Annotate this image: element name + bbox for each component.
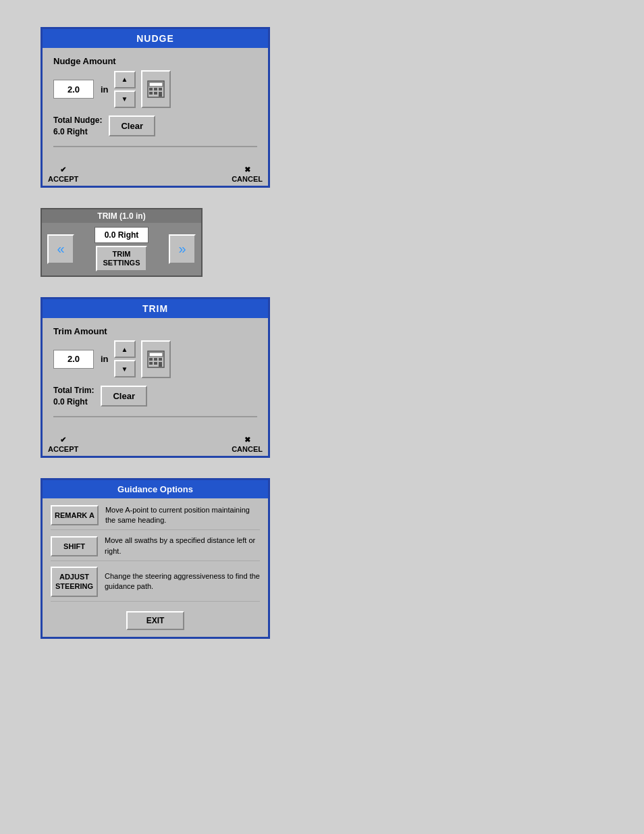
nudge-amount-label: Nudge Amount xyxy=(53,56,257,66)
trim-up-button[interactable]: ▲ xyxy=(114,340,136,358)
trim-actions: ✔ ACCEPT ✖ CANCEL xyxy=(43,431,268,456)
double-arrow-left-icon: « xyxy=(57,241,64,257)
trim-cancel-x-icon: ✖ xyxy=(244,436,250,444)
trim-title: TRIM xyxy=(43,299,268,318)
svg-rect-1 xyxy=(149,82,163,86)
remark-a-button[interactable]: REMARK A xyxy=(51,505,99,525)
guidance-exit-row: EXIT xyxy=(51,608,260,630)
trim-bar-widget: TRIM (1.0 in) « 0.0 Right TRIMSETTINGS » xyxy=(41,208,203,277)
svg-rect-14 xyxy=(154,362,157,365)
calculator-icon xyxy=(147,80,165,98)
accept-check-icon: ✔ xyxy=(60,166,66,174)
guidance-adjust-row: ADJUSTSTEERING Change the steering aggre… xyxy=(51,567,260,602)
svg-rect-13 xyxy=(149,362,153,365)
trim-calculator-icon xyxy=(147,350,165,368)
svg-rect-3 xyxy=(154,88,157,90)
guidance-exit-button[interactable]: EXIT xyxy=(126,611,185,630)
nudge-actions: ✔ ACCEPT ✖ CANCEL xyxy=(43,161,268,186)
svg-rect-11 xyxy=(154,358,157,361)
guidance-title: Guidance Options xyxy=(43,480,268,498)
trim-calc-button[interactable] xyxy=(141,340,171,378)
adjust-steering-description: Change the steering aggressiveness to fi… xyxy=(105,571,260,592)
nudge-clear-button[interactable]: Clear xyxy=(109,115,155,136)
trim-settings-button[interactable]: TRIMSETTINGS xyxy=(96,246,146,271)
nudge-up-button[interactable]: ▲ xyxy=(114,71,136,88)
guidance-remark-row: REMARK A Move A-point to current positio… xyxy=(51,505,260,531)
double-arrow-right-icon: » xyxy=(178,241,186,257)
nudge-down-button[interactable]: ▼ xyxy=(114,90,136,108)
svg-rect-2 xyxy=(149,88,153,90)
shift-button[interactable]: SHIFT xyxy=(51,536,98,556)
trim-panel: TRIM Trim Amount 2.0 in ▲ ▼ xyxy=(41,297,270,458)
nudge-accept-button[interactable]: ✔ ACCEPT xyxy=(48,166,78,183)
guidance-shift-row: SHIFT Move all swaths by a specified dis… xyxy=(51,536,260,561)
nudge-cancel-button[interactable]: ✖ CANCEL xyxy=(232,166,263,183)
guidance-panel: Guidance Options REMARK A Move A-point t… xyxy=(41,478,270,639)
svg-rect-15 xyxy=(159,362,162,367)
svg-rect-4 xyxy=(159,88,162,90)
trim-clear-button[interactable]: Clear xyxy=(101,386,147,407)
adjust-steering-button[interactable]: ADJUSTSTEERING xyxy=(51,567,98,597)
trim-left-button[interactable]: « xyxy=(47,234,74,264)
svg-rect-6 xyxy=(154,92,157,95)
nudge-panel: NUDGE Nudge Amount 2.0 in ▲ ▼ xyxy=(41,27,270,188)
trim-right-button[interactable]: » xyxy=(169,234,196,264)
nudge-unit: in xyxy=(101,84,109,95)
svg-rect-12 xyxy=(159,358,162,361)
svg-rect-9 xyxy=(149,353,163,357)
shift-description: Move all swaths by a specified distance … xyxy=(105,536,260,556)
nudge-calc-button[interactable] xyxy=(141,70,171,108)
svg-rect-5 xyxy=(149,92,153,95)
trim-cancel-button[interactable]: ✖ CANCEL xyxy=(232,436,263,453)
trim-accept-button[interactable]: ✔ ACCEPT xyxy=(48,436,78,453)
trim-bar-value[interactable]: 0.0 Right xyxy=(95,227,149,243)
svg-rect-10 xyxy=(149,358,153,361)
trim-accept-check-icon: ✔ xyxy=(60,436,66,444)
cancel-x-icon: ✖ xyxy=(244,166,250,174)
nudge-total-label: Total Nudge: 6.0 Right xyxy=(53,115,102,138)
trim-total-label: Total Trim: 0.0 Right xyxy=(53,385,94,408)
trim-down-button[interactable]: ▼ xyxy=(114,360,136,377)
trim-bar-title: TRIM (1.0 in) xyxy=(42,209,201,223)
nudge-title: NUDGE xyxy=(43,29,268,48)
nudge-value[interactable]: 2.0 xyxy=(53,80,94,99)
svg-rect-7 xyxy=(159,92,162,97)
trim-amount-label: Trim Amount xyxy=(53,326,257,336)
trim-value[interactable]: 2.0 xyxy=(53,350,94,369)
trim-unit: in xyxy=(101,354,109,364)
remark-a-description: Move A-point to current position maintai… xyxy=(105,505,260,526)
